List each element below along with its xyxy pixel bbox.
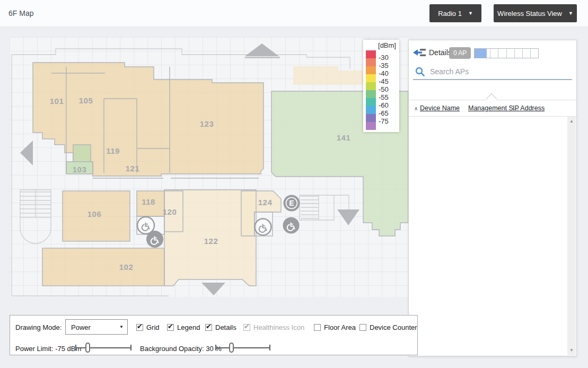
room-label: 121 bbox=[126, 164, 140, 173]
checkbox-label: Legend bbox=[177, 323, 200, 331]
room-label: 102 bbox=[119, 262, 134, 271]
checkbox-box[interactable] bbox=[167, 324, 174, 331]
wheelchair-icon-outlined bbox=[255, 219, 271, 235]
search-underline bbox=[413, 79, 572, 80]
legend-row: -55 bbox=[366, 90, 399, 98]
slider-end-tick bbox=[215, 345, 216, 351]
legend-swatch bbox=[366, 50, 376, 58]
background-opacity-label: Background Opacity: 30 % bbox=[140, 345, 222, 353]
legend-row: -50 bbox=[366, 82, 399, 90]
elevator-icon: E bbox=[284, 195, 300, 212]
checkbox-legend[interactable]: Legend bbox=[167, 323, 200, 331]
checkbox-box[interactable] bbox=[314, 324, 321, 331]
legend-row: -30 bbox=[366, 50, 399, 58]
map-control-bar: Drawing Mode: Power ▼ Grid Legend Detail… bbox=[10, 315, 418, 355]
legend-row: -35 bbox=[366, 58, 399, 66]
details-panel-title: Details bbox=[429, 48, 452, 57]
room-label: 103 bbox=[73, 165, 87, 174]
view-selector-label: Wireless Status View bbox=[497, 10, 562, 17]
sort-ascending-icon[interactable] bbox=[414, 106, 418, 111]
page-title: 6F Map bbox=[8, 9, 33, 17]
checkbox-details[interactable]: Details bbox=[205, 323, 236, 331]
ap-capacity-meter bbox=[474, 48, 539, 58]
top-bar: 6F Map Radio 1 Wireless Status View bbox=[0, 0, 588, 27]
room-label: 118 bbox=[142, 197, 155, 206]
legend-swatch bbox=[366, 58, 376, 66]
room-label: 101 bbox=[50, 97, 64, 106]
room-label: 123 bbox=[200, 119, 214, 128]
scroll-up-icon[interactable] bbox=[567, 118, 576, 125]
slider-handle[interactable] bbox=[229, 343, 234, 353]
scroll-down-icon[interactable] bbox=[567, 347, 576, 354]
legend-swatch bbox=[366, 106, 376, 114]
checkbox-device-counter[interactable]: Device Counter bbox=[359, 323, 417, 331]
room-label: 105 bbox=[79, 96, 93, 105]
chevron-down-icon: ▼ bbox=[119, 325, 124, 329]
arrow-base-bar bbox=[245, 57, 280, 58]
drawing-mode-select[interactable]: Power ▼ bbox=[65, 319, 128, 335]
checkbox-label: Floor Area bbox=[324, 323, 356, 331]
checkbox-healthiness-icon: Healthiness Icon bbox=[243, 323, 304, 331]
meter-fill bbox=[475, 49, 487, 58]
svg-text:E: E bbox=[289, 199, 294, 207]
collapse-panel-icon[interactable] bbox=[413, 47, 427, 58]
checkbox-box[interactable] bbox=[136, 324, 143, 331]
slider-end-tick bbox=[75, 345, 76, 351]
meter-cell bbox=[506, 49, 514, 58]
radio-selector-button[interactable]: Radio 1 bbox=[429, 4, 481, 22]
checkbox-label: Healthiness Icon bbox=[253, 323, 304, 331]
checkbox-box[interactable] bbox=[205, 324, 212, 331]
legend-swatch bbox=[366, 66, 376, 74]
room-label: 106 bbox=[87, 209, 102, 218]
room-label: 124 bbox=[258, 198, 273, 207]
meter-cell bbox=[490, 49, 498, 58]
legend-row: -75 bbox=[366, 114, 399, 122]
search-aps-input[interactable] bbox=[429, 67, 558, 76]
view-selector-button[interactable]: Wireless Status View bbox=[494, 4, 577, 22]
checkbox-floor-area[interactable]: Floor Area bbox=[314, 323, 356, 331]
column-header-management-state[interactable]: Management S... bbox=[468, 104, 519, 112]
checkbox-grid[interactable]: Grid bbox=[136, 323, 160, 331]
checkbox-box[interactable] bbox=[359, 324, 366, 331]
slider-track[interactable] bbox=[215, 347, 270, 348]
header-notch bbox=[486, 93, 497, 104]
legend-row: -60 bbox=[366, 98, 399, 106]
legend-title: [dBm] bbox=[366, 41, 399, 50]
room-label: 141 bbox=[337, 133, 351, 142]
checkbox-label: Grid bbox=[146, 323, 160, 331]
power-limit-slider[interactable] bbox=[75, 343, 131, 353]
drawing-mode-label: Drawing Mode: bbox=[15, 323, 62, 331]
column-header-device-name[interactable]: Device Name bbox=[420, 104, 460, 112]
scrollbar[interactable] bbox=[567, 117, 576, 355]
meter-cell bbox=[514, 49, 522, 58]
app-window: 6F Map Radio 1 Wireless Status View bbox=[0, 0, 588, 368]
legend-swatch bbox=[366, 90, 376, 98]
background-opacity-slider[interactable] bbox=[215, 343, 270, 353]
legend-swatch bbox=[366, 98, 376, 106]
dbm-legend: [dBm] -30 -35 -40 -45 -50 -55 -60 -65 -7… bbox=[363, 40, 399, 132]
meter-cell bbox=[498, 49, 506, 58]
checkbox-box bbox=[243, 324, 250, 331]
legend-row: -65 bbox=[366, 106, 399, 114]
column-header-ip-address[interactable]: IP Address bbox=[513, 104, 545, 112]
slider-end-tick bbox=[269, 345, 270, 351]
checkbox-label: Device Counter bbox=[370, 323, 417, 331]
search-icon bbox=[415, 67, 425, 77]
details-panel: Details 0 AP Device Name Management S...… bbox=[408, 40, 577, 356]
wheelchair-icon-filled bbox=[283, 217, 300, 234]
drawing-mode-value: Power bbox=[71, 323, 91, 331]
radio-selector-label: Radio 1 bbox=[438, 10, 462, 17]
slider-end-tick bbox=[130, 345, 131, 351]
floor-map[interactable]: E 101 105 123 bbox=[10, 37, 408, 297]
legend-swatch bbox=[366, 122, 376, 130]
slider-track[interactable] bbox=[75, 347, 131, 348]
power-limit-label: Power Limit: -75 dBm bbox=[15, 345, 81, 353]
wheelchair-icon-filled bbox=[146, 231, 163, 248]
room-label: 120 bbox=[163, 207, 177, 216]
slider-handle[interactable] bbox=[85, 343, 90, 353]
legend-row: -40 bbox=[366, 66, 399, 74]
checkbox-label: Details bbox=[215, 323, 236, 331]
coverage-room-102 bbox=[42, 248, 164, 286]
legend-swatch bbox=[366, 114, 376, 122]
legend-swatch bbox=[366, 82, 376, 90]
